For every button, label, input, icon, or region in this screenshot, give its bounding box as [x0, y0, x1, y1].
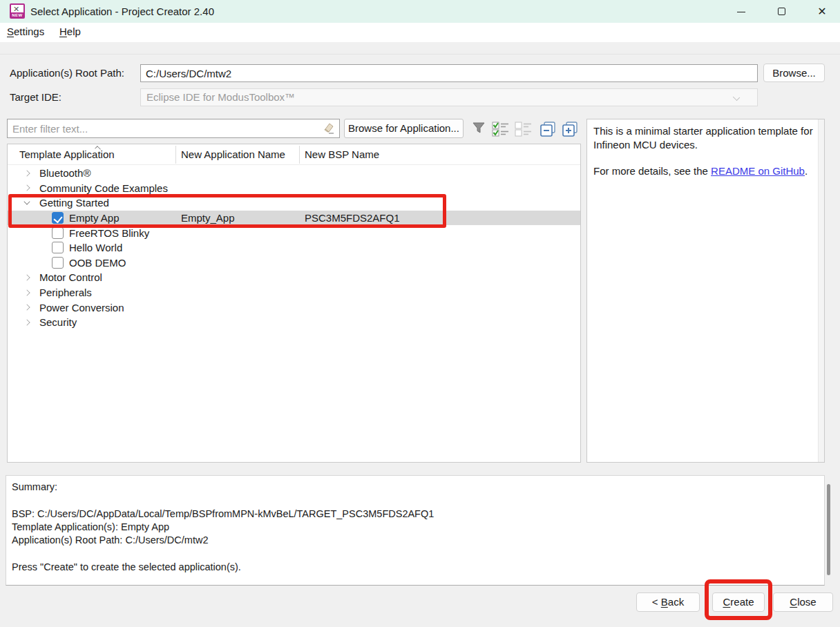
menu-settings[interactable]: Settings	[1, 23, 50, 42]
description-more: For more details, see the README on GitH…	[593, 164, 818, 178]
maximize-button[interactable]	[765, 0, 797, 23]
frame-divider	[0, 54, 840, 55]
browse-for-application-button[interactable]: Browse for Application...	[344, 119, 464, 138]
chevron-down-icon	[733, 94, 740, 101]
titlebar: ✕ NEW Select Application - Project Creat…	[0, 0, 840, 23]
back-button[interactable]: < Back	[636, 592, 700, 612]
minimize-icon	[737, 12, 745, 12]
expand-all-icon[interactable]	[562, 122, 578, 139]
column-separator[interactable]	[299, 146, 300, 164]
collapse-all-icon[interactable]	[540, 122, 556, 139]
tree-item-empty-app[interactable]: Empty App Empty_App PSC3M5FDS2AFQ1	[8, 211, 580, 226]
uncheck-all-icon[interactable]	[515, 122, 533, 139]
filter-funnel-icon[interactable]	[471, 122, 486, 138]
project-creator-window: ✕ NEW Select Application - Project Creat…	[0, 0, 840, 627]
app-icon-new-badge: NEW	[10, 12, 24, 18]
chevron-right-icon[interactable]	[23, 319, 30, 325]
tree-group-community-code-examples[interactable]: Community Code Examples	[8, 181, 580, 196]
minimize-button[interactable]	[725, 0, 757, 23]
create-button[interactable]: Create	[712, 592, 765, 612]
check-all-icon[interactable]	[492, 122, 510, 139]
summary-title: Summary:	[12, 481, 819, 494]
new-bsp-name-cell[interactable]: PSC3M5FDS2AFQ1	[305, 212, 400, 224]
window-title: Select Application - Project Creator 2.4…	[30, 0, 214, 23]
summary-bsp-line: BSP: C:/Users/DC/AppData/Local/Temp/BSPf…	[12, 508, 819, 521]
tree-group-bluetooth[interactable]: Bluetooth®	[8, 166, 580, 181]
column-new-application-name[interactable]: New Application Name	[181, 148, 285, 160]
tree-group-peripherals[interactable]: Peripherals	[8, 285, 580, 300]
summary-rootpath-line: Application(s) Root Path: C:/Users/DC/mt…	[12, 534, 819, 547]
summary-footer-line: Press "Create" to create the selected ap…	[12, 561, 819, 574]
tree-group-security[interactable]: Security	[8, 315, 580, 330]
summary-scrollbar-thumb[interactable]	[827, 484, 830, 575]
app-icon: ✕ NEW	[10, 3, 25, 19]
chevron-right-icon[interactable]	[23, 305, 30, 311]
tree-item-hello-world[interactable]: Hello World	[8, 240, 580, 255]
checkbox-checked[interactable]	[52, 212, 64, 224]
menu-help[interactable]: Help	[54, 23, 86, 42]
tree-group-getting-started[interactable]: Getting Started	[8, 195, 580, 211]
maximize-icon	[778, 8, 785, 15]
checkbox-unchecked[interactable]	[52, 227, 64, 239]
summary-scrollbar[interactable]	[825, 476, 834, 585]
new-application-name-cell[interactable]: Empty_App	[181, 212, 235, 224]
chevron-right-icon[interactable]	[23, 274, 30, 280]
browse-button[interactable]: Browse...	[763, 64, 825, 82]
filter-input[interactable]	[7, 119, 340, 138]
target-ide-dropdown[interactable]: Eclipse IDE for ModusToolbox™	[140, 88, 758, 106]
close-button[interactable]: ✕	[806, 0, 838, 23]
summary-template-line: Template Application(s): Empty App	[12, 521, 819, 534]
root-path-input[interactable]	[140, 64, 758, 82]
checkbox-unchecked[interactable]	[52, 242, 64, 253]
checkbox-unchecked[interactable]	[52, 257, 64, 269]
root-path-label: Application(s) Root Path:	[10, 67, 124, 79]
chevron-right-icon[interactable]	[23, 170, 30, 176]
target-ide-value: Eclipse IDE for ModusToolbox™	[146, 91, 295, 103]
tree-header: Template Application New Application Nam…	[8, 144, 580, 165]
tree-group-power-conversion[interactable]: Power Conversion	[8, 300, 580, 315]
tree-body: Bluetooth® Community Code Examples Getti…	[8, 166, 580, 330]
template-tree-panel: Template Application New Application Nam…	[7, 144, 581, 463]
close-dialog-button[interactable]: Close	[773, 592, 833, 612]
close-icon: ✕	[817, 6, 826, 17]
tree-item-freertos-blinky[interactable]: FreeRTOS Blinky	[8, 225, 580, 240]
summary-panel: Summary: BSP: C:/Users/DC/AppData/Local/…	[6, 475, 825, 586]
column-new-bsp-name[interactable]: New BSP Name	[305, 148, 379, 160]
chevron-right-icon[interactable]	[23, 185, 30, 191]
column-template-application[interactable]: Template Application	[19, 148, 115, 160]
chevron-down-icon[interactable]	[23, 199, 30, 205]
eraser-icon[interactable]	[322, 122, 334, 137]
column-separator[interactable]	[175, 146, 176, 164]
menubar: Settings Help	[0, 23, 840, 42]
tree-group-motor-control[interactable]: Motor Control	[8, 270, 580, 285]
template-description-panel: This is a minimal starter application te…	[586, 119, 825, 463]
description-scrollbar-track[interactable]	[818, 119, 824, 462]
tree-item-oob-demo[interactable]: OOB DEMO	[8, 255, 580, 271]
chevron-right-icon[interactable]	[23, 289, 30, 296]
target-ide-label: Target IDE:	[10, 91, 61, 103]
readme-github-link[interactable]: README on GitHub	[711, 165, 805, 177]
description-text: This is a minimal starter application te…	[593, 124, 818, 152]
